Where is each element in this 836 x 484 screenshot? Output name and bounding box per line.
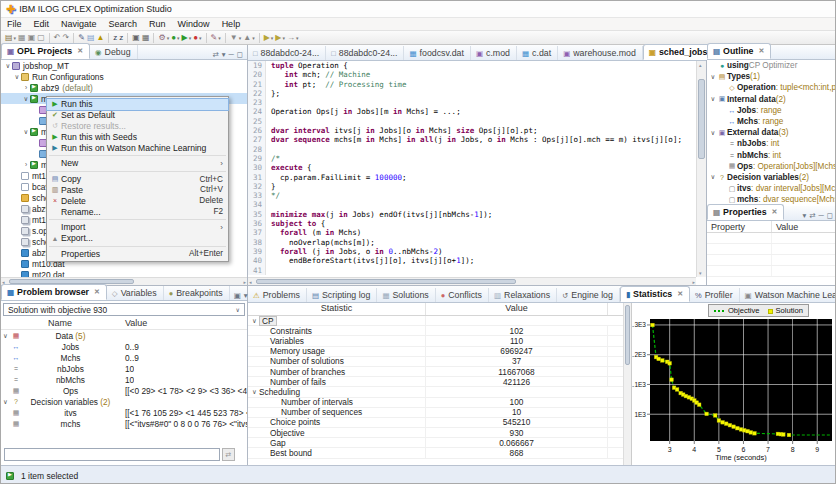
tabbar-button-icon[interactable]: ▾ <box>244 291 248 300</box>
editor-tab-c-mod[interactable]: ▣c.mod <box>471 46 517 60</box>
context-menu-item-properties[interactable]: PropertiesAlt+Enter <box>47 249 228 260</box>
solution-dropdown[interactable]: Solution with objective 930 ∨ <box>3 303 245 316</box>
bottom-tab-conflicts[interactable]: ●Conflicts <box>436 288 489 302</box>
show-table-icon[interactable]: ▦ <box>141 32 151 44</box>
editor-vscrollbar[interactable]: ▴ ▾ <box>696 61 706 277</box>
context-menu-item-paste[interactable]: ▥PasteCtrl+V <box>47 185 228 196</box>
context-menu-item-import[interactable]: Import› <box>47 222 228 233</box>
view-tab-variables[interactable]: ◇Variables <box>107 286 164 300</box>
step-into-icon[interactable]: ▼▾ <box>229 32 242 44</box>
stat-row-number-of-solutions[interactable]: Number of solutions37 <box>248 357 631 367</box>
editor-hscrollbar[interactable]: ◂ ▸ <box>248 277 696 285</box>
tabbar-button-icon[interactable]: ◻ <box>827 211 833 220</box>
expander-icon[interactable]: ∨ <box>709 129 717 137</box>
problem-row-jobs[interactable]: ↔Jobs0..9 <box>1 341 247 352</box>
problem-row-data[interactable]: ∨▦Data (5) <box>1 330 247 341</box>
outline-item-nbmchs[interactable]: =nbMchs : int <box>707 150 836 161</box>
stat-row-best-bound[interactable]: Best bound868 <box>248 448 631 458</box>
expander-icon[interactable]: ∨ <box>22 128 30 136</box>
view-tab-outline[interactable]: ▤Outline✕ <box>707 43 771 59</box>
editor-tab-c-dat[interactable]: ▦c.dat <box>517 46 558 60</box>
expander-icon[interactable]: ∨ <box>1 332 10 340</box>
context-menu-item-rename[interactable]: Rename...F2 <box>47 206 228 217</box>
outline-item-nbjobs[interactable]: =nbJobs : int <box>707 138 836 149</box>
stat-row-scheduling[interactable]: ∨Scheduling <box>248 387 631 397</box>
bottom-tab-relaxations[interactable]: ▥Relaxations <box>489 288 557 302</box>
tabbar-button-icon[interactable]: ─ <box>818 211 823 220</box>
context-menu-item-new[interactable]: New› <box>47 158 228 169</box>
stat-row-number-of-sequences[interactable]: Number of sequences10 <box>248 408 631 418</box>
lock-icon[interactable]: ▲ <box>95 32 105 44</box>
outline-item-decision-variables[interactable]: ∨?Decision variables (2) <box>707 172 836 183</box>
tabbar-button-icon[interactable]: ⇄ <box>212 50 218 59</box>
expander-icon[interactable]: ∨ <box>250 388 259 396</box>
editor-tab-88dabdc0-24[interactable]: □88dabdc0-24... <box>326 46 404 60</box>
context-menu-item-run-this-on-watson-machine-learning[interactable]: ▶Run this on Watson Machine Learning <box>47 142 228 153</box>
problem-row-ops[interactable]: ▦Ops[[<0 29> <1 78> <2 9> <3 36> <4 49… <box>1 385 247 396</box>
profile-icon[interactable]: ●▾ <box>192 32 202 44</box>
stat-row-gap[interactable]: Gap0.066667 <box>248 438 631 448</box>
scroll-up-arrow[interactable]: ▴ <box>699 61 702 69</box>
tree-item-abz9[interactable]: ›abz9(default) <box>1 82 247 93</box>
menu-window[interactable]: Window <box>172 19 216 29</box>
prev-annotation-icon[interactable]: z <box>118 32 124 44</box>
stat-row-constraints[interactable]: Constraints102 <box>248 326 631 336</box>
filter-button[interactable]: ⇄ <box>222 448 235 461</box>
expander-icon[interactable]: ∨ <box>709 173 717 181</box>
redo-icon[interactable]: ↷ <box>61 32 70 44</box>
tabbar-button-icon[interactable]: ▾ <box>222 50 226 59</box>
tree-item-mt20-dat[interactable]: mt20.dat <box>1 269 247 277</box>
bottom-tab-statistics[interactable]: ▮Statistics✕ <box>620 286 690 302</box>
menu-edit[interactable]: Edit <box>28 19 56 29</box>
stat-row-choice-points[interactable]: Choice points545210 <box>248 418 631 428</box>
problem-row-nbjobs[interactable]: =nbJobs10 <box>1 363 247 374</box>
outline-item-internal-data[interactable]: ∨▣Internal data (2) <box>707 94 836 105</box>
external-tools-icon[interactable]: ✎▾ <box>210 32 222 44</box>
close-icon[interactable]: ✕ <box>94 288 100 296</box>
context-menu-item-run-this-with-seeds[interactable]: ▶Run this with Seeds <box>47 131 228 142</box>
menu-search[interactable]: Search <box>103 19 144 29</box>
filter-input[interactable] <box>4 448 220 461</box>
expander-icon[interactable]: › <box>22 84 30 91</box>
statistics-rows[interactable]: ∨CPConstraints102Variables110Memory usag… <box>248 316 631 459</box>
undo-icon[interactable]: ↶ <box>53 32 62 44</box>
view-tab-opl-projects[interactable]: ▣OPL Projects✕ <box>1 43 90 59</box>
problem-row-mchs[interactable]: ↔Mchs0..9 <box>1 352 247 363</box>
context-menu-item-delete[interactable]: ×DeleteDelete <box>47 195 228 206</box>
scroll-down-arrow[interactable]: ▾ <box>699 269 702 277</box>
tabbar-button-icon[interactable]: ▣ <box>234 291 241 300</box>
copy-icon[interactable]: ▤ <box>86 32 96 44</box>
outline-item-types[interactable]: ∨▤Types (1) <box>707 71 836 82</box>
close-icon[interactable]: ✕ <box>758 47 764 55</box>
stat-row-number-of-branches[interactable]: Number of branches11667068 <box>248 367 631 377</box>
run-green-icon[interactable]: ●▾ <box>170 32 180 44</box>
view-tab-problem-browser[interactable]: ▦Problem browser✕ <box>1 284 107 300</box>
menu-help[interactable]: Help <box>216 19 247 29</box>
save-all-icon[interactable]: ▣ <box>27 32 37 44</box>
outline-item-operation[interactable]: ◇Operation : tuple<mch:int,pt:int> <box>707 82 836 93</box>
expander-icon[interactable]: ∨ <box>709 73 717 81</box>
code-editor[interactable]: 19tuple Operation {20 int mch; // Machin… <box>248 61 696 277</box>
outline-item-external-data[interactable]: ∨▣External data (3) <box>707 127 836 138</box>
tree-item-jobshop-mt[interactable]: ∨jobshop_MT <box>1 60 247 71</box>
view-tab-debug[interactable]: ◉Debug <box>90 45 137 59</box>
forward-icon[interactable]: →▾ <box>286 32 300 44</box>
problem-row-nbmchs[interactable]: =nbMchs10 <box>1 374 247 385</box>
outline-item-itvs[interactable]: ▢itvs : dvar interval[Jobs][Mchs] <box>707 183 836 194</box>
context-menu-item-run-this[interactable]: ▶Run this <box>47 99 228 110</box>
context-menu-item-set-as-default[interactable]: ✔Set as Default <box>47 110 228 121</box>
run-icon[interactable]: ▶▾ <box>181 32 193 44</box>
problem-row-mchs[interactable]: ▦mchs[[<"itvs#8#0" 0 8 0 0 76 76> <"itvs… <box>1 418 247 429</box>
stat-row-cp[interactable]: ∨CP <box>248 316 631 326</box>
context-menu-item-copy[interactable]: ▤CopyCtrl+C <box>47 174 228 185</box>
expander-icon[interactable]: ∨ <box>250 317 259 325</box>
expander-icon[interactable]: › <box>22 161 30 168</box>
tabbar-button-icon[interactable]: ◻ <box>237 50 243 59</box>
expander-icon[interactable]: ∨ <box>1 398 10 406</box>
step-over-icon[interactable]: ▲▾ <box>242 32 255 44</box>
editor-tab-warehouse-mod[interactable]: ▣warehouse.mod <box>558 46 643 60</box>
editor-tab-foodcsv-dat[interactable]: ▦foodcsv.dat <box>404 46 470 60</box>
close-icon[interactable]: ✕ <box>772 208 778 216</box>
outline-item-ops[interactable]: ▦Ops : Operation[Jobs][Mchs] <box>707 161 836 172</box>
statistics-vscrollbar[interactable] <box>623 303 631 465</box>
